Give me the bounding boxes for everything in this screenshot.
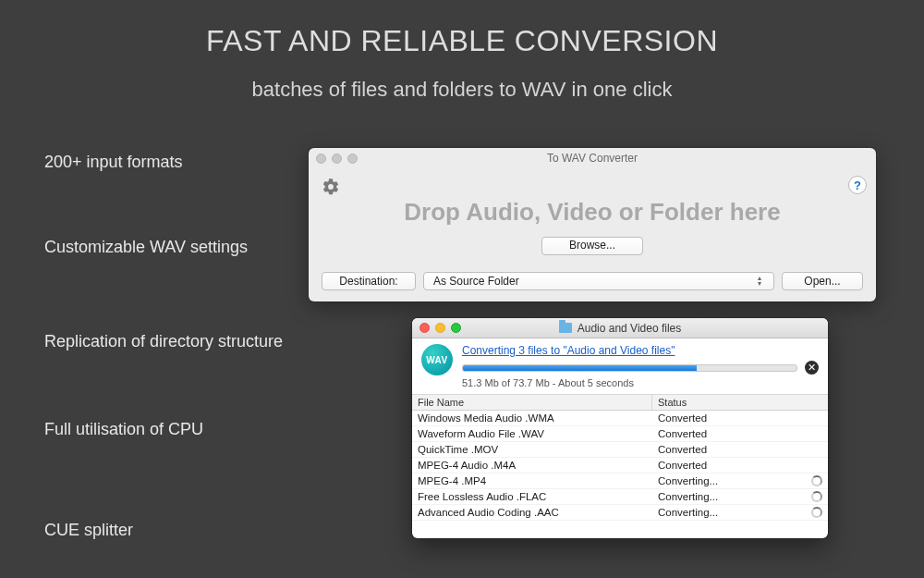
browse-button[interactable]: Browse...: [541, 237, 643, 255]
file-name-cell: MPEG-4 .MP4: [412, 475, 652, 486]
page-headline: FAST AND RELIABLE CONVERSION: [0, 24, 924, 58]
progress-bar-fill: [463, 365, 697, 371]
column-header-name[interactable]: File Name: [412, 395, 652, 410]
file-list: Windows Media Audio .WMAConvertedWavefor…: [412, 411, 828, 521]
column-header-status[interactable]: Status: [652, 395, 828, 410]
cancel-button[interactable]: ✕: [805, 361, 819, 375]
window-titlebar: To WAV Converter: [309, 148, 876, 168]
table-row[interactable]: Waveform Audio File .WAVConverted: [412, 426, 828, 442]
dropzone-label: Drop Audio, Video or Folder here: [349, 198, 835, 227]
file-status-cell: Converted: [652, 460, 828, 471]
file-name-cell: Windows Media Audio .WMA: [412, 412, 652, 424]
traffic-light-close-icon[interactable]: [419, 323, 430, 333]
feature-item: 200+ input formats: [44, 153, 183, 172]
main-converter-window: To WAV Converter ? Drop Audio, Video or …: [309, 148, 876, 301]
destination-label-button[interactable]: Destination:: [322, 272, 416, 290]
window-title: To WAV Converter: [309, 152, 876, 165]
table-row[interactable]: QuickTime .MOVConverted: [412, 442, 828, 458]
window-title: Audio and Video files: [578, 322, 682, 335]
feature-item: Replication of directory structure: [44, 332, 283, 351]
file-name-cell: Waveform Audio File .WAV: [412, 428, 652, 439]
settings-gear-icon[interactable]: [322, 178, 340, 196]
table-header: File Name Status: [412, 394, 828, 411]
progress-detail-text: 51.3 Mb of 73.7 Mb - About 5 seconds: [462, 377, 819, 388]
file-status-cell: Converting...: [652, 507, 828, 518]
help-button[interactable]: ?: [848, 176, 867, 194]
open-button[interactable]: Open...: [782, 272, 863, 290]
progress-window: Audio and Video files WAV Converting 3 f…: [412, 318, 828, 538]
traffic-light-zoom-icon[interactable]: [347, 154, 358, 164]
file-name-cell: MPEG-4 Audio .M4A: [412, 460, 652, 471]
file-status-cell: Converting...: [652, 475, 828, 486]
feature-item: CUE splitter: [44, 521, 133, 540]
file-name-cell: QuickTime .MOV: [412, 444, 652, 455]
table-row[interactable]: MPEG-4 Audio .M4AConverted: [412, 458, 828, 473]
file-status-cell: Converted: [652, 428, 828, 439]
file-name-cell: Advanced Audio Coding .AAC: [412, 507, 652, 518]
folder-icon: [559, 323, 572, 333]
table-row[interactable]: Free Lossless Audio .FLACConverting...: [412, 489, 828, 505]
progress-bar: [462, 364, 797, 372]
file-status-cell: Converted: [652, 444, 828, 455]
table-row[interactable]: Advanced Audio Coding .AACConverting...: [412, 505, 828, 521]
dropzone-region[interactable]: Drop Audio, Video or Folder here Browse.…: [349, 198, 835, 255]
wav-badge-icon: WAV: [421, 344, 453, 375]
page-subheadline: batches of files and folders to WAV in o…: [0, 78, 924, 102]
spinner-icon: [811, 475, 822, 486]
table-row[interactable]: MPEG-4 .MP4Converting...: [412, 473, 828, 489]
traffic-light-zoom-icon[interactable]: [451, 323, 461, 333]
window-titlebar: Audio and Video files: [412, 318, 828, 338]
file-name-cell: Free Lossless Audio .FLAC: [412, 491, 652, 502]
chevron-up-down-icon: ▴▾: [758, 275, 769, 288]
conversion-status-link[interactable]: Converting 3 files to "Audio and Video f…: [462, 344, 675, 357]
file-status-cell: Converted: [652, 412, 828, 424]
traffic-light-close-icon[interactable]: [316, 154, 326, 164]
traffic-light-minimize-icon[interactable]: [332, 154, 342, 164]
traffic-light-minimize-icon[interactable]: [435, 323, 445, 333]
destination-select-value: As Source Folder: [433, 275, 519, 288]
spinner-icon: [811, 491, 822, 502]
table-row[interactable]: Windows Media Audio .WMAConverted: [412, 411, 828, 426]
feature-item: Full utilisation of CPU: [44, 420, 203, 439]
file-status-cell: Converting...: [652, 491, 828, 502]
feature-item: Customizable WAV settings: [44, 238, 248, 257]
destination-select[interactable]: As Source Folder ▴▾: [423, 272, 774, 290]
spinner-icon: [811, 507, 822, 518]
